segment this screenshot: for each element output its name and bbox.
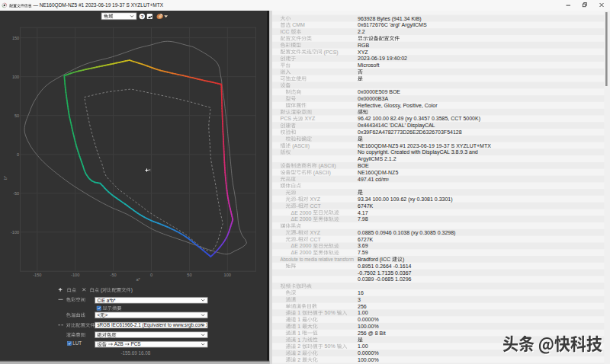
svg-text:A2B: A2B xyxy=(114,341,124,346)
svg-text:NE160QDM-NZ5: NE160QDM-NZ5 xyxy=(358,170,398,176)
svg-text:XYZ: XYZ xyxy=(310,230,320,235)
svg-text:BOE: BOE xyxy=(358,163,369,168)
svg-text:1: 1 xyxy=(297,310,300,315)
svg-text:2: 2 xyxy=(297,343,300,349)
svg-text:(ASCII): (ASCII) xyxy=(292,143,310,149)
svg-text:7.98: 7.98 xyxy=(358,216,368,222)
svg-text:16: 16 xyxy=(358,290,364,295)
svg-text:(ASCII): (ASCII) xyxy=(313,170,331,176)
svg-text:7.59: 7.59 xyxy=(358,250,368,255)
svg-text:0x39F62A4782773D26E2D6326703F5: 0x39F62A4782773D26E2D6326703F54128 xyxy=(358,129,462,135)
svg-text:0x4443414C 'DCAL' DisplayCAL: 0x4443414C 'DCAL' DisplayCAL xyxy=(358,123,435,129)
svg-text:497.41 cd/m²: 497.41 cd/m² xyxy=(358,177,390,182)
svg-text:50%: 50% xyxy=(325,343,336,349)
svg-text:100: 100 xyxy=(224,273,231,277)
svg-text:1: 1 xyxy=(297,324,300,329)
svg-text:50%: 50% xyxy=(325,310,336,315)
svg-text:2.2: 2.2 xyxy=(358,29,365,34)
svg-text:(ASCII): (ASCII) xyxy=(319,163,336,169)
svg-text:256 @ 8 Bit: 256 @ 8 Bit xyxy=(358,330,386,336)
svg-text:PCS: PCS xyxy=(281,116,292,121)
svg-text:Absolute to media relative tra: Absolute to media relative transform xyxy=(281,257,355,262)
svg-text:96.42 100.00 82.49 (xy 0.3457: 96.42 100.00 82.49 (xy 0.3457 0.3585, CC… xyxy=(358,116,480,122)
svg-text:0x0000E509 BOE: 0x0000E509 BOE xyxy=(358,89,400,94)
svg-text:ΔE 2000: ΔE 2000 xyxy=(291,216,312,222)
svg-text:3: 3 xyxy=(358,297,361,302)
svg-text:2023-06-19 19:40:02: 2023-06-19 19:40:02 xyxy=(358,56,407,61)
svg-text:NE160QDM-NZ5 #1 2023-06-19 19-: NE160QDM-NZ5 #1 2023-06-19 19-37 S XYZLU… xyxy=(358,143,491,149)
svg-text:): ) xyxy=(403,257,404,263)
svg-text:ICC: ICC xyxy=(281,29,290,34)
svg-text:b*: b* xyxy=(3,175,8,180)
svg-text:CIE a*b*: CIE a*b* xyxy=(97,298,116,303)
svg-text:-155.69 16.08: -155.69 16.08 xyxy=(121,350,151,356)
svg-text:2: 2 xyxy=(297,350,300,356)
svg-text:0.0000%: 0.0000% xyxy=(358,317,379,322)
svg-text:93.34 100.00 109.62 (xy 0.3081: 93.34 100.00 109.62 (xy 0.3081 0.3301) xyxy=(358,196,453,203)
svg-text:256: 256 xyxy=(358,304,367,309)
svg-text:<: < xyxy=(97,312,100,318)
svg-text:-100: -100 xyxy=(71,273,79,277)
svg-text:1.00: 1.00 xyxy=(358,310,368,315)
svg-text:XYZ: XYZ xyxy=(310,196,320,202)
svg-text:Reflective, Glossy, Positive,: Reflective, Glossy, Positive, Color xyxy=(358,103,438,109)
svg-text:0.0885 0.0946 0.1038 (xy 0.308: 0.0885 0.0946 0.1038 (xy 0.3085 0.3298) xyxy=(358,230,455,236)
svg-text:0.0000%: 0.0000% xyxy=(358,350,379,356)
svg-text:XYZ: XYZ xyxy=(305,116,316,121)
svg-text:ArgyllCMS 2.1.2: ArgyllCMS 2.1.2 xyxy=(358,156,396,162)
svg-text:Microsoft: Microsoft xyxy=(358,62,379,68)
svg-text:6747K: 6747K xyxy=(358,203,374,209)
svg-text:6727K: 6727K xyxy=(358,237,374,242)
svg-text:1: 1 xyxy=(297,337,300,343)
svg-text:4.17: 4.17 xyxy=(358,210,368,216)
svg-text:100.00%: 100.00% xyxy=(358,324,379,329)
svg-text:Bradford (ICC: Bradford (ICC xyxy=(358,257,390,263)
svg-text:100.00%: 100.00% xyxy=(358,357,379,362)
svg-text:sRGB IEC61966-2.1 (Equivalent: sRGB IEC61966-2.1 (Equivalent to www.srg… xyxy=(97,322,211,328)
svg-text:CCT: CCT xyxy=(310,203,321,209)
svg-text:100: 100 xyxy=(12,75,19,79)
svg-text:-150: -150 xyxy=(33,273,41,277)
svg-text:0.8951 0.2664 -0.1614: 0.8951 0.2664 -0.1614 xyxy=(358,263,412,269)
svg-text:963928 Bytes (941.34 KiB): 963928 Bytes (941.34 KiB) xyxy=(358,16,422,22)
svg-text:-50: -50 xyxy=(111,273,117,277)
svg-text:3.69: 3.69 xyxy=(358,243,368,248)
svg-text:0x6172676C 'argl' ArgyllCMS: 0x6172676C 'argl' ArgyllCMS xyxy=(358,22,427,28)
svg-text:RGB: RGB xyxy=(358,43,370,48)
svg-text:LUT: LUT xyxy=(72,340,82,346)
svg-text:0.0389 -0.0685 1.0296: 0.0389 -0.0685 1.0296 xyxy=(358,276,412,282)
svg-text:1: 1 xyxy=(297,330,300,336)
svg-text:ΔE 2000: ΔE 2000 xyxy=(291,210,312,216)
svg-text:0: 0 xyxy=(17,152,19,157)
svg-text:): ) xyxy=(131,287,133,293)
svg-text:1: 1 xyxy=(297,317,300,322)
svg-text:50: 50 xyxy=(14,113,19,118)
svg-text:?: ? xyxy=(141,14,144,19)
svg-text:0x00000B3A: 0x00000B3A xyxy=(358,96,388,101)
svg-text:>: > xyxy=(104,312,108,318)
svg-text:a*: a* xyxy=(136,277,140,282)
svg-text:0: 0 xyxy=(150,273,152,277)
svg-text:CMM: CMM xyxy=(292,22,305,27)
svg-text:-50: -50 xyxy=(13,191,19,196)
svg-text:CCT: CCT xyxy=(310,237,321,242)
svg-text:PCS: PCS xyxy=(131,341,141,346)
svg-text:50: 50 xyxy=(187,273,191,277)
svg-text:-0.7502 1.7135 0.0367: -0.7502 1.7135 0.0367 xyxy=(358,270,412,276)
svg-text:No copyright. Created with Dis: No copyright. Created with DisplayCAL 3.… xyxy=(358,149,478,155)
svg-text:1.00: 1.00 xyxy=(358,343,368,349)
svg-text:(PCS): (PCS) xyxy=(324,49,339,56)
svg-text:-100: -100 xyxy=(11,230,19,235)
svg-text:XYZ: XYZ xyxy=(358,49,368,55)
svg-text:ΔE 2000: ΔE 2000 xyxy=(291,250,312,255)
svg-text:ΔE 2000: ΔE 2000 xyxy=(291,243,312,248)
svg-text:— NE160QDM-NZ5 #1 2023-06-19 1: — NE160QDM-NZ5 #1 2023-06-19 19-37 S XYZ… xyxy=(33,2,163,8)
svg-text:2: 2 xyxy=(297,357,300,362)
svg-text:150: 150 xyxy=(12,36,19,40)
